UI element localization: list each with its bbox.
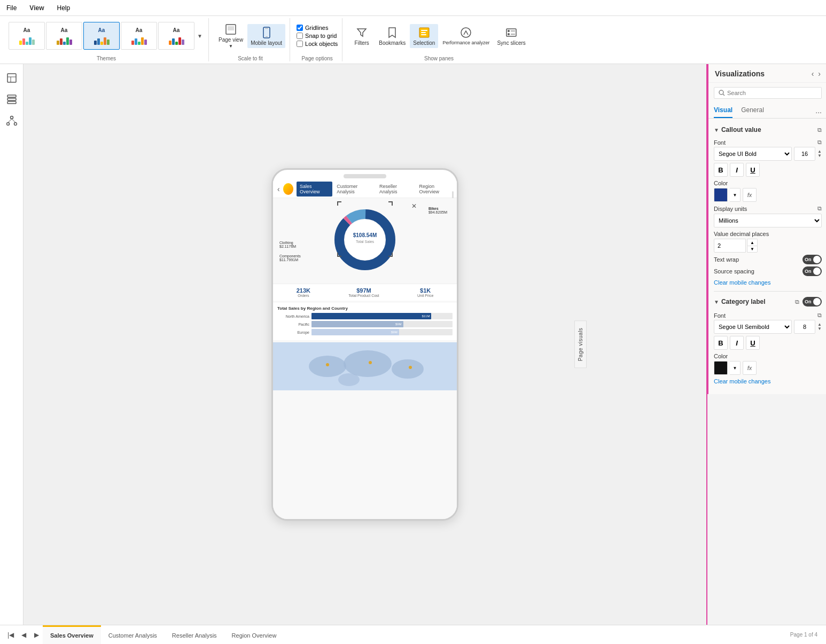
category-font-size-down[interactable]: ▼ xyxy=(817,327,822,331)
left-nav-report[interactable] xyxy=(2,68,21,88)
performance-btn[interactable]: Performance analyzer xyxy=(439,24,493,48)
callout-underline-btn[interactable]: U xyxy=(746,163,760,177)
mobile-nav-reseller[interactable]: Reseller Analysis xyxy=(376,182,415,197)
callout-color-dropdown[interactable]: ▼ xyxy=(730,188,741,202)
category-label-header[interactable]: ▼ Category label ⧉ On xyxy=(714,294,822,310)
viz-search[interactable] xyxy=(714,87,822,99)
callout-source-spacing-toggle[interactable]: On xyxy=(802,266,822,276)
page-nav-next[interactable]: ▶ xyxy=(30,629,43,641)
handle-tr[interactable] xyxy=(388,201,393,206)
callout-font-style-row: B I U xyxy=(714,163,822,177)
callout-font-copy-icon[interactable]: ⧉ xyxy=(817,139,822,146)
category-font-size-input[interactable] xyxy=(794,320,815,334)
theme-tile-3[interactable]: Aa xyxy=(83,22,120,50)
mobile-layout-btn[interactable]: Mobile layout xyxy=(247,24,285,48)
page-tab-sales-overview[interactable]: Sales Overview xyxy=(43,625,101,645)
callout-fx-btn[interactable]: fx xyxy=(743,188,757,202)
page-tab-reseller-analysis[interactable]: Reseller Analysis xyxy=(165,625,224,645)
viz-expand-icon[interactable]: › xyxy=(818,69,821,78)
callout-clear-mobile-link[interactable]: Clear mobile changes xyxy=(714,279,822,286)
menu-view[interactable]: View xyxy=(27,4,46,12)
stat-orders: 213K Orders xyxy=(297,287,310,297)
page-view-icon xyxy=(224,23,237,36)
theme-tile-2[interactable]: Aa xyxy=(46,22,82,50)
snap-to-grid-checkbox[interactable]: Snap to grid xyxy=(297,33,338,39)
category-clear-mobile-link[interactable]: Clear mobile changes xyxy=(714,378,822,384)
themes-more[interactable]: ▼ xyxy=(196,33,204,39)
svg-point-22 xyxy=(10,116,13,119)
left-nav-model[interactable] xyxy=(2,111,21,130)
page-tab-region-overview[interactable]: Region Overview xyxy=(224,625,284,645)
callout-textwrap-toggle[interactable]: On xyxy=(802,255,822,264)
selection-icon xyxy=(418,26,431,39)
handle-bl[interactable] xyxy=(337,253,341,257)
category-font-family-select[interactable]: Segoe UI Semibold xyxy=(714,320,792,334)
tab-general[interactable]: General xyxy=(741,103,764,118)
category-color-swatch[interactable] xyxy=(714,361,728,375)
gridlines-checkbox[interactable]: Gridlines xyxy=(297,25,338,31)
category-font-copy-icon[interactable]: ⧉ xyxy=(817,312,822,319)
callout-font-size-down[interactable]: ▼ xyxy=(817,154,822,158)
selection-btn[interactable]: Selection xyxy=(410,24,438,48)
page-options-items: Gridlines Snap to grid Lock objects xyxy=(297,18,338,53)
mobile-back-btn[interactable]: ‹ xyxy=(275,185,282,193)
callout-copy-icon[interactable]: ⧉ xyxy=(817,127,822,133)
callout-italic-btn[interactable]: I xyxy=(730,163,744,177)
callout-display-units-select[interactable]: Millions xyxy=(714,214,822,227)
mobile-nav-sales[interactable]: Sales Overview xyxy=(297,182,332,197)
page-view-btn[interactable]: Page view ▼ xyxy=(215,21,246,51)
svg-rect-19 xyxy=(7,95,16,97)
callout-vdp-input[interactable] xyxy=(714,239,746,253)
menu-file[interactable]: File xyxy=(4,4,19,12)
search-input[interactable] xyxy=(727,90,817,96)
sync-slicers-btn[interactable]: Sync slicers xyxy=(494,24,528,48)
tab-visual[interactable]: Visual xyxy=(714,103,733,118)
callout-display-units-label: Display units xyxy=(714,206,747,212)
theme-tile-5[interactable]: Aa xyxy=(158,22,194,50)
filters-btn[interactable]: Filters xyxy=(349,24,375,48)
mobile-nav-region[interactable]: Region Overview xyxy=(416,182,455,197)
callout-vdp-down[interactable]: ▼ xyxy=(747,246,758,253)
ribbon-show-panes-section: Filters Bookmarks Selection Performance … xyxy=(345,18,533,61)
theme-tile-4[interactable]: Aa xyxy=(121,22,157,50)
category-italic-btn[interactable]: I xyxy=(730,336,744,350)
lock-objects-checkbox[interactable]: Lock objects xyxy=(297,41,338,47)
handle-br[interactable] xyxy=(388,253,393,257)
page-nav-first[interactable]: |◀ xyxy=(4,629,17,641)
category-fx-btn[interactable]: fx xyxy=(743,361,757,375)
page-nav-prev[interactable]: ◀ xyxy=(17,629,30,641)
menu-help[interactable]: Help xyxy=(54,4,72,12)
callout-font-size-input[interactable] xyxy=(794,147,815,161)
category-underline-btn[interactable]: U xyxy=(746,336,760,350)
viz-tabs-more[interactable]: ... xyxy=(815,103,822,118)
callout-source-spacing-label: Source spacing xyxy=(714,268,754,274)
page-visuals-tab[interactable]: Page visuals xyxy=(574,321,587,368)
show-panes-label: Show panes xyxy=(424,53,454,61)
callout-font-family-select[interactable]: Segoe UI Bold xyxy=(714,147,792,161)
callout-value-title: Callout value xyxy=(721,126,761,133)
callout-bold-btn[interactable]: B xyxy=(714,163,728,177)
donut-close-icon[interactable]: ✕ xyxy=(411,202,417,210)
category-label-header-left: ▼ Category label xyxy=(714,298,766,305)
callout-value-header[interactable]: ▼ Callout value ⧉ xyxy=(714,123,822,137)
category-copy-icon[interactable]: ⧉ xyxy=(795,299,799,305)
viz-collapse-icon[interactable]: ‹ xyxy=(812,69,814,78)
stat-cost: $97M Total Product Cost xyxy=(348,287,379,297)
stats-row: 213K Orders $97M Total Product Cost $1K … xyxy=(273,284,457,301)
callout-vdp-up[interactable]: ▲ xyxy=(747,239,758,246)
mobile-nav-customer[interactable]: Customer Analysis xyxy=(333,182,375,197)
bookmarks-btn[interactable]: Bookmarks xyxy=(376,24,409,48)
category-color-dropdown[interactable]: ▼ xyxy=(730,361,741,375)
callout-display-units-copy[interactable]: ⧉ xyxy=(817,205,822,212)
left-nav-data[interactable] xyxy=(2,90,21,109)
handle-tl[interactable] xyxy=(337,201,341,206)
callout-color-swatch[interactable] xyxy=(714,188,728,202)
map-section xyxy=(273,342,457,390)
category-bold-btn[interactable]: B xyxy=(714,336,728,350)
svg-line-25 xyxy=(8,119,12,123)
donut-bikes-label: Bikes $94.6205M xyxy=(428,207,447,214)
theme-tile-1[interactable]: Aa xyxy=(9,22,45,50)
category-label-toggle[interactable]: On xyxy=(802,297,822,307)
page-tab-customer-analysis[interactable]: Customer Analysis xyxy=(101,625,165,645)
mobile-layout-label: Mobile layout xyxy=(251,40,282,46)
